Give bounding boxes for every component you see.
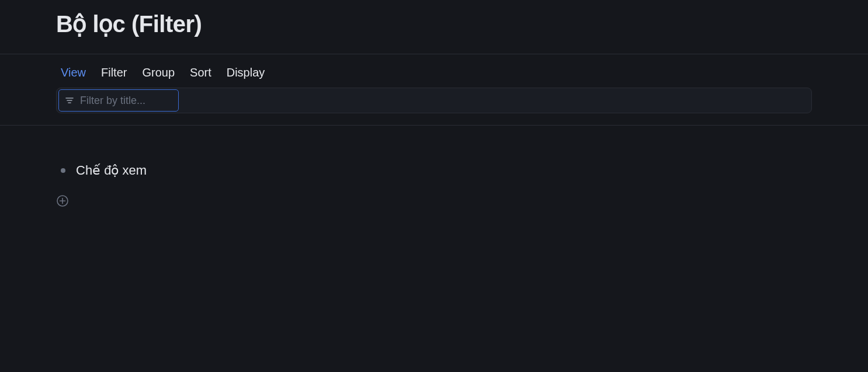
filter-icon [65, 96, 74, 105]
page-title: Bộ lọc (Filter) [56, 11, 868, 37]
list-item[interactable]: Chế độ xem [56, 161, 812, 180]
add-button[interactable] [56, 194, 69, 207]
bullet-icon [61, 168, 65, 173]
tabs-row: View Filter Group Sort Display [56, 54, 812, 88]
content-area: Chế độ xem [0, 126, 868, 207]
page-header: Bộ lọc (Filter) [0, 0, 868, 54]
filter-input-wrap[interactable] [58, 89, 179, 112]
tab-display[interactable]: Display [227, 66, 265, 79]
tab-sort[interactable]: Sort [190, 66, 211, 79]
filter-input[interactable] [80, 95, 172, 107]
list-item-label: Chế độ xem [76, 163, 147, 178]
tab-group[interactable]: Group [142, 66, 175, 79]
tab-filter[interactable]: Filter [101, 66, 127, 79]
toolbar-section: View Filter Group Sort Display [0, 54, 868, 126]
tab-view[interactable]: View [61, 66, 86, 79]
filter-bar [56, 88, 812, 113]
plus-circle-icon [56, 194, 69, 207]
